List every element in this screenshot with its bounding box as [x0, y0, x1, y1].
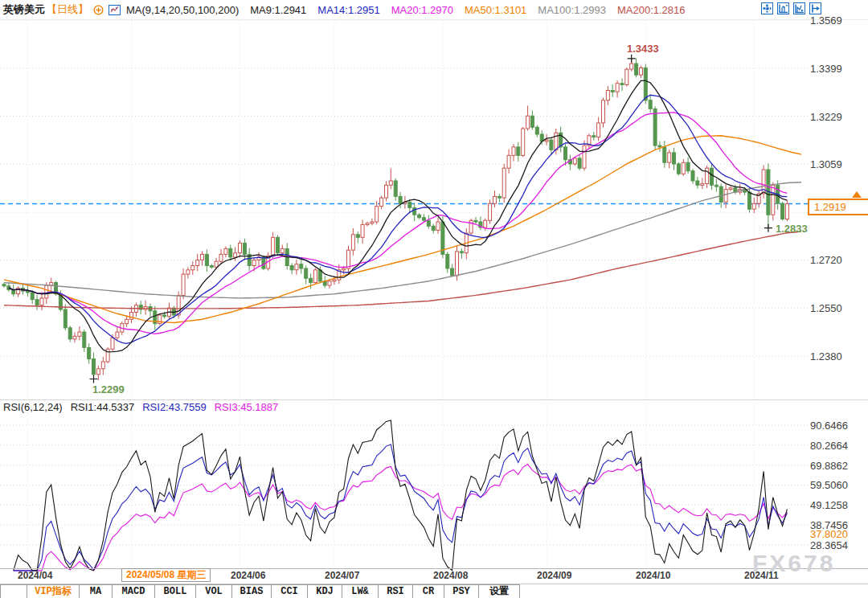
x-axis-month-label: 2024/04: [18, 570, 52, 581]
ma-legend-item: MA14:1.2951: [317, 4, 379, 16]
x-axis-month-label: 2024/06: [231, 570, 265, 581]
toolbar-tab-lw[interactable]: LW&: [342, 584, 379, 598]
add-indicator-icon[interactable]: [93, 5, 104, 15]
toolbar-spacer: [0, 584, 27, 598]
rsi-axis-tick: 80.2664: [810, 440, 848, 452]
panel-divider: [0, 399, 868, 400]
price-up-arrow-icon: [852, 191, 862, 198]
period-label[interactable]: 【日线】: [47, 2, 88, 17]
ma-group-label: MA(9,14,20,50,100,200): [126, 4, 239, 16]
pan-icon[interactable]: [761, 2, 773, 14]
price-axis-tick: 1.2720: [810, 254, 842, 266]
shift-right-icon[interactable]: [809, 2, 821, 14]
chart-tool-icons: [761, 2, 821, 14]
toolbar-tab-rsi[interactable]: RSI: [379, 584, 413, 598]
ma-legend-item: MA9:1.2941: [250, 4, 306, 16]
rsi-axis-tick: 49.1258: [810, 499, 848, 511]
toolbar-tab-bias[interactable]: BIAS: [232, 584, 272, 598]
crosshair-date-tooltip: 2024/05/08 星期三: [121, 568, 211, 582]
low-price-label: 1.2299: [92, 383, 125, 395]
x-axis-month-label: 2024/09: [537, 570, 571, 581]
toolbar-tab-vol[interactable]: VOL: [196, 584, 232, 598]
toolbar-tab-cci[interactable]: CCI: [272, 584, 308, 598]
toolbar-tab-vip[interactable]: VIP指标: [27, 584, 80, 598]
ma-legend-item: MA100:1.2993: [538, 4, 606, 16]
ma-legend: MA9:1.2941MA14:1.2951MA20:1.2970MA50:1.3…: [239, 4, 685, 16]
scale-x-axis-icon[interactable]: [793, 2, 805, 14]
rsi-current-value: 37.8020: [810, 528, 848, 540]
ma-legend-item: MA20:1.2970: [391, 4, 453, 16]
x-axis-month-label: 2024/10: [636, 570, 670, 581]
rsi-axis-tick: 69.8862: [810, 460, 848, 472]
ma-legend-item: MA200:1.2816: [617, 4, 686, 16]
low-price-label: 1.2833: [776, 223, 808, 235]
candle-chart-icon[interactable]: [108, 5, 121, 15]
high-price-label: 1.3433: [627, 43, 659, 55]
toolbar-tab-cr[interactable]: CR: [413, 584, 444, 598]
toolbar-tab-psy[interactable]: PSY: [444, 584, 479, 598]
price-axis-tick: 1.3399: [810, 63, 842, 75]
symbol-name: 英镑美元: [3, 2, 45, 17]
rsi-axis-tick: 90.6466: [810, 420, 848, 432]
toolbar-tab-ma[interactable]: MA: [80, 584, 113, 598]
price-axis-tick: 1.3569: [810, 14, 842, 27]
trading-app-window: FX678 英镑美元 【日线】 MA(9,14,20,50,100,200) M…: [0, 0, 868, 598]
scale-y-axis-icon[interactable]: [777, 2, 789, 14]
price-axis-tick: 1.3229: [810, 111, 842, 123]
ma-legend-item: MA50:1.3101: [465, 4, 526, 16]
x-axis-month-label: 2024/07: [325, 570, 359, 581]
price-axis-tick: 1.2380: [810, 350, 842, 362]
chart-canvas[interactable]: [0, 0, 868, 598]
price-axis-tick: 1.2550: [810, 302, 842, 314]
toolbar-tab-kdj[interactable]: KDJ: [308, 584, 342, 598]
current-price-tag: 1.2919: [808, 199, 868, 215]
rsi-header-item: RSI1:44.5337: [71, 401, 135, 413]
rsi-header-item: RSI2:43.7559: [142, 401, 207, 413]
indicator-toolbar: VIP指标MAMACDBOLLVOLBIASCCIKDJLW&RSICRPSY设…: [0, 584, 868, 598]
toolbar-tab-[interactable]: 设置: [479, 584, 520, 598]
rsi-header-item: RSI(6,12,24): [3, 401, 63, 413]
chart-header: 英镑美元 【日线】 MA(9,14,20,50,100,200) MA9:1.2…: [0, 0, 868, 20]
rsi-header: RSI(6,12,24)RSI1:44.5337RSI2:43.7559RSI3…: [3, 401, 294, 413]
x-axis-month-label: 2024/08: [433, 570, 468, 581]
rsi-axis-tick: 59.5060: [810, 479, 848, 491]
toolbar-tab-boll[interactable]: BOLL: [155, 584, 196, 598]
watermark: FX678: [752, 550, 835, 577]
price-axis-tick: 1.3059: [810, 158, 842, 170]
rsi-header-item: RSI3:45.1887: [215, 401, 279, 413]
toolbar-tab-macd[interactable]: MACD: [113, 584, 155, 598]
